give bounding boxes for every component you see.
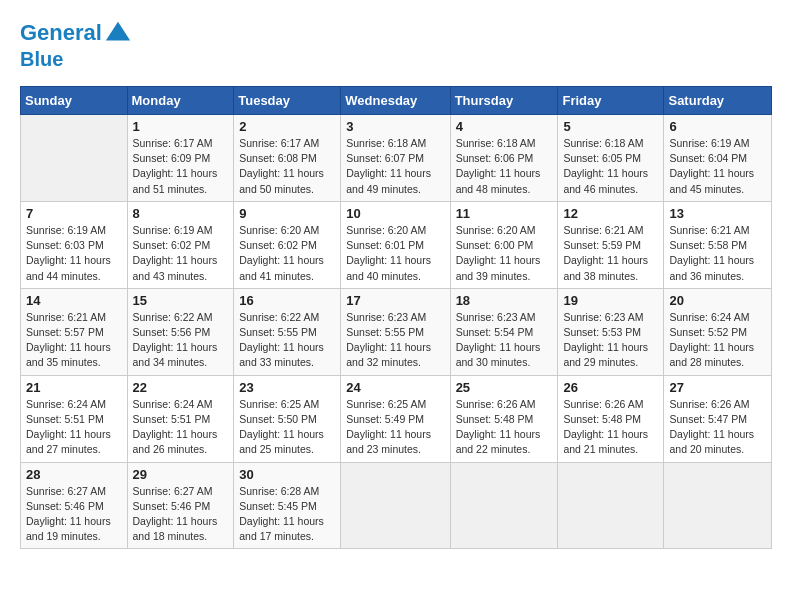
day-detail: Sunrise: 6:22 AM Sunset: 5:55 PM Dayligh…	[239, 310, 335, 371]
weekday-header-sunday: Sunday	[21, 87, 128, 115]
day-number: 5	[563, 119, 658, 134]
day-number: 13	[669, 206, 766, 221]
day-detail: Sunrise: 6:19 AM Sunset: 6:04 PM Dayligh…	[669, 136, 766, 197]
day-cell: 5Sunrise: 6:18 AM Sunset: 6:05 PM Daylig…	[558, 115, 664, 202]
day-cell: 8Sunrise: 6:19 AM Sunset: 6:02 PM Daylig…	[127, 201, 234, 288]
day-cell: 12Sunrise: 6:21 AM Sunset: 5:59 PM Dayli…	[558, 201, 664, 288]
week-row-5: 28Sunrise: 6:27 AM Sunset: 5:46 PM Dayli…	[21, 462, 772, 549]
day-cell: 26Sunrise: 6:26 AM Sunset: 5:48 PM Dayli…	[558, 375, 664, 462]
day-detail: Sunrise: 6:27 AM Sunset: 5:46 PM Dayligh…	[26, 484, 122, 545]
day-cell: 9Sunrise: 6:20 AM Sunset: 6:02 PM Daylig…	[234, 201, 341, 288]
day-cell: 17Sunrise: 6:23 AM Sunset: 5:55 PM Dayli…	[341, 288, 450, 375]
week-row-1: 1Sunrise: 6:17 AM Sunset: 6:09 PM Daylig…	[21, 115, 772, 202]
day-detail: Sunrise: 6:18 AM Sunset: 6:07 PM Dayligh…	[346, 136, 444, 197]
day-number: 1	[133, 119, 229, 134]
day-number: 27	[669, 380, 766, 395]
day-cell: 10Sunrise: 6:20 AM Sunset: 6:01 PM Dayli…	[341, 201, 450, 288]
day-detail: Sunrise: 6:23 AM Sunset: 5:53 PM Dayligh…	[563, 310, 658, 371]
day-cell	[21, 115, 128, 202]
day-cell: 4Sunrise: 6:18 AM Sunset: 6:06 PM Daylig…	[450, 115, 558, 202]
weekday-header-saturday: Saturday	[664, 87, 772, 115]
day-detail: Sunrise: 6:26 AM Sunset: 5:48 PM Dayligh…	[563, 397, 658, 458]
day-number: 26	[563, 380, 658, 395]
day-detail: Sunrise: 6:25 AM Sunset: 5:50 PM Dayligh…	[239, 397, 335, 458]
day-detail: Sunrise: 6:26 AM Sunset: 5:47 PM Dayligh…	[669, 397, 766, 458]
day-detail: Sunrise: 6:26 AM Sunset: 5:48 PM Dayligh…	[456, 397, 553, 458]
day-cell	[450, 462, 558, 549]
day-number: 22	[133, 380, 229, 395]
week-row-4: 21Sunrise: 6:24 AM Sunset: 5:51 PM Dayli…	[21, 375, 772, 462]
day-number: 9	[239, 206, 335, 221]
day-cell: 16Sunrise: 6:22 AM Sunset: 5:55 PM Dayli…	[234, 288, 341, 375]
day-number: 17	[346, 293, 444, 308]
day-number: 30	[239, 467, 335, 482]
calendar-table: SundayMondayTuesdayWednesdayThursdayFrid…	[20, 86, 772, 549]
day-number: 24	[346, 380, 444, 395]
logo-subtext: Blue	[20, 48, 134, 70]
week-row-2: 7Sunrise: 6:19 AM Sunset: 6:03 PM Daylig…	[21, 201, 772, 288]
day-cell	[341, 462, 450, 549]
day-cell: 30Sunrise: 6:28 AM Sunset: 5:45 PM Dayli…	[234, 462, 341, 549]
day-detail: Sunrise: 6:22 AM Sunset: 5:56 PM Dayligh…	[133, 310, 229, 371]
logo: General Blue	[20, 20, 134, 70]
day-detail: Sunrise: 6:17 AM Sunset: 6:08 PM Dayligh…	[239, 136, 335, 197]
day-detail: Sunrise: 6:18 AM Sunset: 6:05 PM Dayligh…	[563, 136, 658, 197]
day-detail: Sunrise: 6:23 AM Sunset: 5:55 PM Dayligh…	[346, 310, 444, 371]
logo-text: General	[20, 20, 134, 48]
day-detail: Sunrise: 6:21 AM Sunset: 5:59 PM Dayligh…	[563, 223, 658, 284]
day-detail: Sunrise: 6:24 AM Sunset: 5:52 PM Dayligh…	[669, 310, 766, 371]
day-number: 12	[563, 206, 658, 221]
day-cell: 18Sunrise: 6:23 AM Sunset: 5:54 PM Dayli…	[450, 288, 558, 375]
week-row-3: 14Sunrise: 6:21 AM Sunset: 5:57 PM Dayli…	[21, 288, 772, 375]
day-cell: 24Sunrise: 6:25 AM Sunset: 5:49 PM Dayli…	[341, 375, 450, 462]
day-detail: Sunrise: 6:19 AM Sunset: 6:02 PM Dayligh…	[133, 223, 229, 284]
day-cell: 6Sunrise: 6:19 AM Sunset: 6:04 PM Daylig…	[664, 115, 772, 202]
day-cell: 28Sunrise: 6:27 AM Sunset: 5:46 PM Dayli…	[21, 462, 128, 549]
day-cell	[558, 462, 664, 549]
day-cell: 14Sunrise: 6:21 AM Sunset: 5:57 PM Dayli…	[21, 288, 128, 375]
day-number: 8	[133, 206, 229, 221]
day-number: 29	[133, 467, 229, 482]
day-cell: 19Sunrise: 6:23 AM Sunset: 5:53 PM Dayli…	[558, 288, 664, 375]
day-detail: Sunrise: 6:17 AM Sunset: 6:09 PM Dayligh…	[133, 136, 229, 197]
day-number: 25	[456, 380, 553, 395]
svg-marker-0	[106, 22, 130, 41]
day-cell: 22Sunrise: 6:24 AM Sunset: 5:51 PM Dayli…	[127, 375, 234, 462]
day-number: 23	[239, 380, 335, 395]
day-number: 14	[26, 293, 122, 308]
day-cell: 13Sunrise: 6:21 AM Sunset: 5:58 PM Dayli…	[664, 201, 772, 288]
day-cell: 29Sunrise: 6:27 AM Sunset: 5:46 PM Dayli…	[127, 462, 234, 549]
weekday-header-thursday: Thursday	[450, 87, 558, 115]
day-detail: Sunrise: 6:20 AM Sunset: 6:00 PM Dayligh…	[456, 223, 553, 284]
weekday-header-monday: Monday	[127, 87, 234, 115]
day-detail: Sunrise: 6:28 AM Sunset: 5:45 PM Dayligh…	[239, 484, 335, 545]
day-number: 6	[669, 119, 766, 134]
day-cell: 20Sunrise: 6:24 AM Sunset: 5:52 PM Dayli…	[664, 288, 772, 375]
day-number: 19	[563, 293, 658, 308]
day-number: 10	[346, 206, 444, 221]
weekday-header-tuesday: Tuesday	[234, 87, 341, 115]
day-number: 4	[456, 119, 553, 134]
page-header: General Blue	[20, 20, 772, 70]
day-detail: Sunrise: 6:19 AM Sunset: 6:03 PM Dayligh…	[26, 223, 122, 284]
day-detail: Sunrise: 6:23 AM Sunset: 5:54 PM Dayligh…	[456, 310, 553, 371]
weekday-header-friday: Friday	[558, 87, 664, 115]
day-number: 20	[669, 293, 766, 308]
day-cell: 21Sunrise: 6:24 AM Sunset: 5:51 PM Dayli…	[21, 375, 128, 462]
day-detail: Sunrise: 6:25 AM Sunset: 5:49 PM Dayligh…	[346, 397, 444, 458]
day-number: 21	[26, 380, 122, 395]
day-detail: Sunrise: 6:24 AM Sunset: 5:51 PM Dayligh…	[133, 397, 229, 458]
day-number: 18	[456, 293, 553, 308]
day-detail: Sunrise: 6:21 AM Sunset: 5:57 PM Dayligh…	[26, 310, 122, 371]
day-number: 2	[239, 119, 335, 134]
day-number: 7	[26, 206, 122, 221]
day-detail: Sunrise: 6:24 AM Sunset: 5:51 PM Dayligh…	[26, 397, 122, 458]
day-cell	[664, 462, 772, 549]
day-number: 3	[346, 119, 444, 134]
day-cell: 11Sunrise: 6:20 AM Sunset: 6:00 PM Dayli…	[450, 201, 558, 288]
day-cell: 1Sunrise: 6:17 AM Sunset: 6:09 PM Daylig…	[127, 115, 234, 202]
day-number: 11	[456, 206, 553, 221]
day-detail: Sunrise: 6:21 AM Sunset: 5:58 PM Dayligh…	[669, 223, 766, 284]
day-number: 16	[239, 293, 335, 308]
weekday-header-wednesday: Wednesday	[341, 87, 450, 115]
